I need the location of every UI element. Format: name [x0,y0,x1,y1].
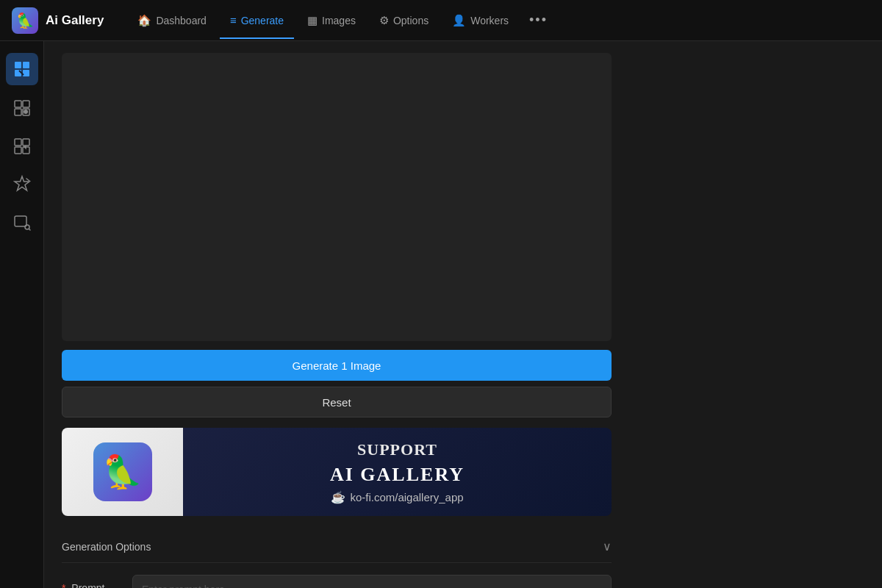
content-area: Generate 1 Image Reset 🦜 Support AI GALL… [44,41,882,588]
prompt-label-text: Prompt [71,582,104,588]
banner-bird-icon: 🦜 [93,442,152,501]
generate-button-label: Generate 1 Image [293,359,381,372]
star-icon [13,175,31,193]
nav-item-dashboard[interactable]: 🏠 Dashboard [127,8,217,33]
main-container: Generate 1 Image Reset 🦜 Support AI GALL… [0,41,882,588]
logo-emoji: 🦜 [16,12,35,29]
svg-rect-7 [15,109,21,115]
sidebar-item-star[interactable] [6,168,38,200]
nav-more-button[interactable]: ••• [522,7,555,34]
dashboard-icon: 🏠 [137,14,151,27]
prompt-section: * Prompt [62,575,612,588]
nav-label-workers: Workers [470,15,509,26]
nav-label-dashboard: Dashboard [156,15,207,26]
svg-line-16 [29,229,30,231]
nav-label-images: Images [322,15,356,26]
generation-options-header[interactable]: Generation Options ∨ [62,531,612,563]
svg-rect-12 [15,147,21,154]
prompt-label: * Prompt [62,575,121,588]
sidebar-item-gallery-active[interactable] [6,53,38,85]
gallery-3-icon [13,137,31,154]
svg-rect-5 [15,101,21,107]
generate-button[interactable]: Generate 1 Image [62,350,612,381]
prompt-input[interactable] [132,575,612,588]
reset-button-label: Reset [322,396,351,409]
generate-icon: ≡ [230,14,237,26]
required-indicator: * [62,582,65,588]
banner-right: Support AI GALLERY ☕ ko-fi.com/aigallery… [183,428,612,516]
nav-item-options[interactable]: ⚙ Options [369,8,439,33]
logo-area: 🦜 Ai Gallery [12,7,104,34]
nav-item-workers[interactable]: 👤 Workers [442,8,519,33]
banner-support-text: Support [357,440,437,459]
generation-options-section: Generation Options ∨ * Prompt [62,531,612,588]
banner-link-text: ko-fi.com/aigallery_app [350,491,463,503]
svg-rect-1 [23,62,29,68]
generation-options-title: Generation Options [62,541,151,553]
sidebar-item-search-image[interactable] [6,206,38,238]
nav-item-images[interactable]: ▦ Images [297,8,366,33]
app-logo-icon: 🦜 [12,7,38,34]
svg-rect-3 [23,70,29,76]
sidebar [0,41,44,588]
banner-title-text: AI GALLERY [330,464,465,486]
image-search-icon [13,213,31,231]
reset-button[interactable]: Reset [62,387,612,417]
workers-icon: 👤 [452,14,466,27]
kofi-heart-icon: ☕ [331,490,345,504]
svg-rect-6 [23,101,29,107]
app-title: Ai Gallery [46,13,104,28]
nav-items: 🏠 Dashboard ≡ Generate ▦ Images ⚙ Option… [127,7,870,34]
top-navigation: 🦜 Ai Gallery 🏠 Dashboard ≡ Generate ▦ Im… [0,0,882,41]
svg-point-9 [24,110,28,114]
gallery-active-icon [13,60,31,78]
nav-label-options: Options [393,15,429,26]
sidebar-item-gallery-2[interactable] [6,91,38,123]
sidebar-item-gallery-3[interactable] [6,129,38,162]
gallery-2-icon [13,98,31,116]
svg-rect-14 [15,216,26,226]
banner-left: 🦜 [62,428,183,516]
nav-item-generate[interactable]: ≡ Generate [220,8,294,32]
images-icon: ▦ [307,14,318,27]
svg-rect-0 [15,62,21,68]
nav-label-generate: Generate [241,15,284,26]
svg-rect-11 [23,139,29,146]
options-icon: ⚙ [379,14,389,27]
banner-link[interactable]: ☕ ko-fi.com/aigallery_app [331,490,463,504]
chevron-down-icon: ∨ [603,539,612,553]
svg-rect-10 [15,139,21,146]
image-preview-area [62,53,612,341]
support-banner[interactable]: 🦜 Support AI GALLERY ☕ ko-fi.com/aigalle… [62,428,612,516]
